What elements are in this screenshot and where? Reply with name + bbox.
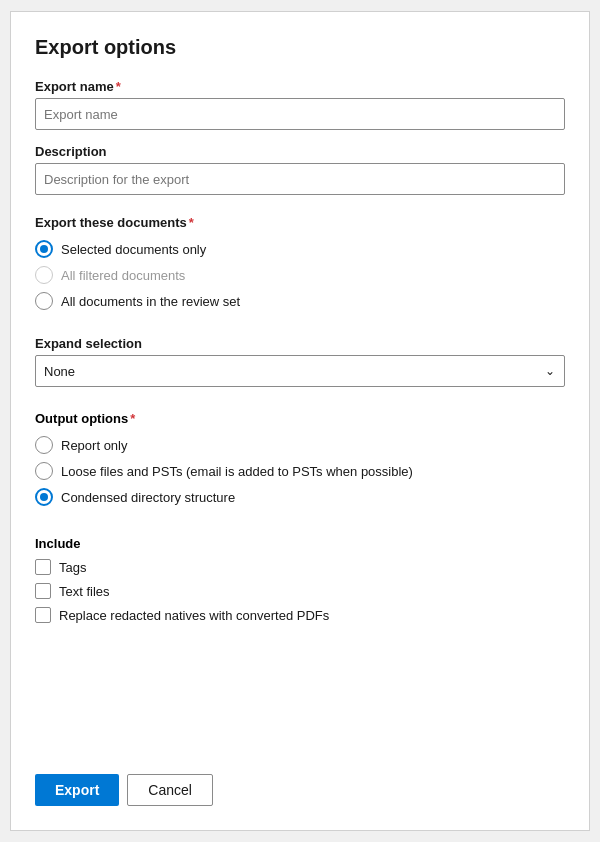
- export-button[interactable]: Export: [35, 774, 119, 806]
- checkbox-tags-item[interactable]: Tags: [35, 559, 565, 575]
- description-group: Description: [35, 144, 565, 195]
- radio-condensed[interactable]: Condensed directory structure: [35, 488, 565, 506]
- radio-report-only-label: Report only: [61, 438, 127, 453]
- dialog-title: Export options: [35, 36, 565, 59]
- checkbox-redacted-item[interactable]: Replace redacted natives with converted …: [35, 607, 565, 623]
- export-documents-group: Export these documents* Selected documen…: [35, 215, 565, 324]
- radio-loose-files-indicator: [35, 462, 53, 480]
- expand-selection-dropdown[interactable]: None: [35, 355, 565, 387]
- include-checkbox-group: Tags Text files Replace redacted natives…: [35, 559, 565, 623]
- radio-condensed-label: Condensed directory structure: [61, 490, 235, 505]
- output-options-group: Output options* Report only Loose files …: [35, 407, 565, 520]
- description-input[interactable]: [35, 163, 565, 195]
- include-label: Include: [35, 536, 565, 551]
- radio-selected-docs-indicator: [35, 240, 53, 258]
- expand-selection-label: Expand selection: [35, 336, 565, 351]
- expand-selection-dropdown-wrapper: None ⌄: [35, 355, 565, 387]
- radio-all-review-indicator: [35, 292, 53, 310]
- description-label: Description: [35, 144, 565, 159]
- radio-report-only-indicator: [35, 436, 53, 454]
- checkbox-text-files-indicator: [35, 583, 51, 599]
- radio-all-filtered: All filtered documents: [35, 266, 565, 284]
- export-name-label: Export name*: [35, 79, 565, 94]
- radio-report-only[interactable]: Report only: [35, 436, 565, 454]
- radio-all-filtered-indicator: [35, 266, 53, 284]
- export-name-group: Export name*: [35, 79, 565, 130]
- cancel-button[interactable]: Cancel: [127, 774, 213, 806]
- checkbox-tags-label: Tags: [59, 560, 86, 575]
- checkbox-redacted-indicator: [35, 607, 51, 623]
- export-name-input[interactable]: [35, 98, 565, 130]
- include-group: Include Tags Text files Replace redacted…: [35, 532, 565, 623]
- checkbox-text-files-label: Text files: [59, 584, 110, 599]
- export-documents-radio-group: Selected documents only All filtered doc…: [35, 240, 565, 310]
- export-options-dialog: Export options Export name* Description …: [10, 11, 590, 831]
- radio-loose-files-label: Loose files and PSTs (email is added to …: [61, 464, 413, 479]
- footer-actions: Export Cancel: [35, 758, 565, 806]
- radio-all-filtered-label: All filtered documents: [61, 268, 185, 283]
- export-documents-label: Export these documents*: [35, 215, 565, 230]
- expand-selection-group: Expand selection None ⌄: [35, 336, 565, 387]
- output-options-radio-group: Report only Loose files and PSTs (email …: [35, 436, 565, 506]
- radio-selected-docs-label: Selected documents only: [61, 242, 206, 257]
- output-options-label: Output options*: [35, 411, 565, 426]
- radio-condensed-indicator: [35, 488, 53, 506]
- radio-all-review-label: All documents in the review set: [61, 294, 240, 309]
- radio-loose-files[interactable]: Loose files and PSTs (email is added to …: [35, 462, 565, 480]
- checkbox-text-files-item[interactable]: Text files: [35, 583, 565, 599]
- checkbox-tags-indicator: [35, 559, 51, 575]
- radio-selected-docs[interactable]: Selected documents only: [35, 240, 565, 258]
- radio-all-review[interactable]: All documents in the review set: [35, 292, 565, 310]
- checkbox-redacted-label: Replace redacted natives with converted …: [59, 608, 329, 623]
